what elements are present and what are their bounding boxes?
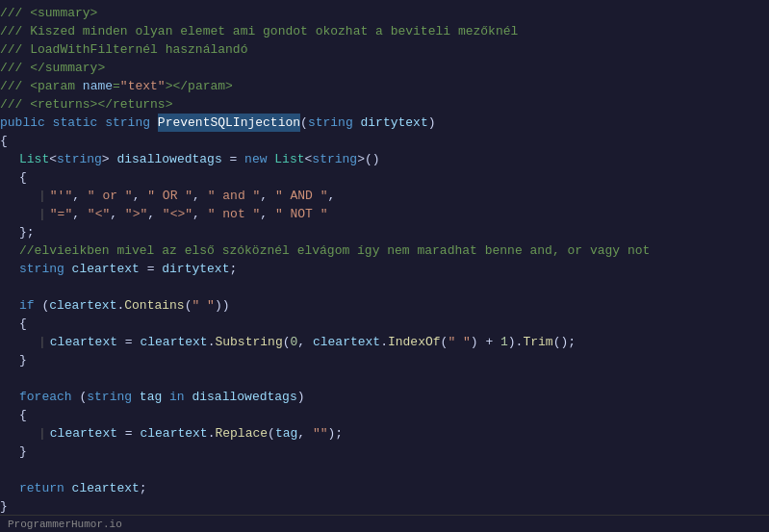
code-text: ( (300, 114, 308, 132)
code-line: /// <returns></returns> (0, 95, 769, 114)
code-text: /// Kiszed minden olyan elemet ami gondo… (0, 22, 518, 40)
code-text: /// LoadWithFilternél használandó (0, 40, 247, 59)
code-text: /// <summary> (0, 4, 97, 22)
code-line: //elvieikben mivel az első szóköznél elv… (0, 241, 769, 260)
code-text: string (105, 114, 158, 132)
code-line: }; (0, 223, 769, 241)
code-text: static (53, 114, 106, 132)
code-text: string (308, 114, 361, 132)
code-text: /// </summary> (0, 59, 105, 77)
code-line: } (0, 351, 769, 369)
code-line: { (0, 406, 769, 424)
code-line (0, 278, 769, 296)
code-line: } (0, 497, 769, 515)
code-line: /// <param name="text"></param> (0, 77, 769, 95)
code-line: |cleartext = cleartext.Substring(0, clea… (0, 333, 769, 351)
code-line: |"=", "<", ">", "<>", " not ", " NOT " (0, 205, 769, 223)
code-text: { (19, 168, 27, 187)
code-line (0, 369, 769, 388)
code-line: public static string PreventSQLInjection… (0, 114, 769, 132)
code-line: /// </summary> (0, 59, 769, 77)
code-line: foreach (string tag in disallowedtags) (0, 388, 769, 406)
code-line: /// Kiszed minden olyan elemet ami gondo… (0, 22, 769, 40)
code-editor: /// <summary> /// Kiszed minden olyan el… (0, 0, 769, 515)
code-line: { (0, 315, 769, 333)
code-line: return cleartext; (0, 479, 769, 497)
footer-text: ProgrammerHumor.io (8, 519, 122, 530)
footer: ProgrammerHumor.io (0, 515, 769, 532)
code-line: } (0, 443, 769, 461)
code-text: /// <param name="text"></param> (0, 77, 233, 95)
code-line: { (0, 168, 769, 187)
code-line (0, 461, 769, 479)
code-line: /// <summary> (0, 4, 769, 22)
method-highlight: PreventSQLInjection (158, 114, 300, 132)
code-line: string cleartext = dirtytext; (0, 260, 769, 278)
code-line: /// LoadWithFilternél használandó (0, 40, 769, 59)
code-line: |"'", " or ", " OR ", " and ", " AND ", (0, 187, 769, 205)
code-text: dirtytext (360, 114, 427, 132)
code-line: { (0, 132, 769, 150)
code-text: { (0, 132, 8, 150)
code-text: /// <returns></returns> (0, 95, 172, 114)
code-line: |cleartext = cleartext.Replace(tag, ""); (0, 424, 769, 443)
code-line: if (cleartext.Contains(" ")) (0, 296, 769, 315)
code-text: List (19, 150, 49, 168)
code-text: public (0, 114, 53, 132)
code-text: ) (428, 114, 436, 132)
code-line: List<string> disallowedtags = new List<s… (0, 150, 769, 168)
